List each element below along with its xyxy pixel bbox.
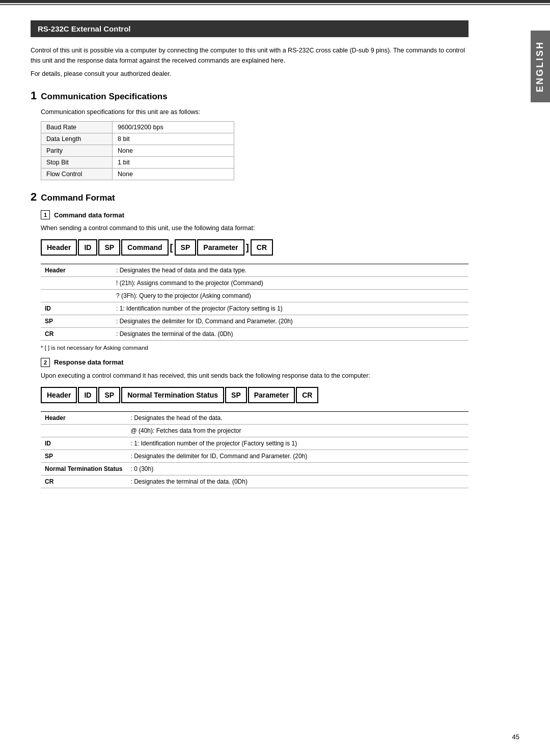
specs-label: Flow Control xyxy=(41,169,113,180)
table2-label-header-sub1 xyxy=(41,424,126,437)
section1-heading: 1 Communication Specifications xyxy=(31,90,469,102)
section1-desc: Communication specifications for this un… xyxy=(41,107,469,117)
table2-label-cr: CR xyxy=(41,475,126,488)
subsection2-heading: 2 Response data format xyxy=(41,358,469,367)
table2-value-id: : 1: Identification number of the projec… xyxy=(126,437,469,450)
diagram2-parameter: Parameter xyxy=(248,387,295,403)
detail-table1: Header : Designates the head of data and… xyxy=(41,264,469,341)
table2-value-header-sub1: @ (40h): Fetches data from the projector xyxy=(126,424,469,437)
specs-row: ParityNone xyxy=(41,145,234,157)
detail-table2: Header : Designates the head of the data… xyxy=(41,411,469,488)
diagram1-sp2: SP xyxy=(175,239,197,256)
subsection1-number-box: 1 xyxy=(41,210,50,219)
diagram1-header: Header xyxy=(41,239,77,256)
section2-number: 2 xyxy=(31,191,37,203)
specs-table: Baud Rate9600/19200 bpsData Length8 bitP… xyxy=(41,121,234,180)
diagram1-bracket-open: [ xyxy=(170,243,174,252)
table2-row-header: Header : Designates the head of the data… xyxy=(41,411,469,424)
intro-paragraph1: Control of this unit is possible via a c… xyxy=(31,45,469,66)
table2-label-id: ID xyxy=(41,437,126,450)
table1-row-header: Header : Designates the head of data and… xyxy=(41,264,469,276)
diagram2-nts: Normal Termination Status xyxy=(121,387,224,403)
diagram1: Header ID SP Command [ SP Parameter ] CR xyxy=(41,239,469,256)
specs-label: Parity xyxy=(41,145,113,157)
section2-title: Command Format xyxy=(41,193,115,203)
subsection2-title: Response data format xyxy=(54,358,124,366)
table1-label-sp: SP xyxy=(41,315,112,327)
diagram1-sp1: SP xyxy=(98,239,120,256)
diagram1-id: ID xyxy=(78,239,97,256)
section-title-text: RS-232C External Control xyxy=(38,24,131,33)
table1-row-header-sub1: ! (21h): Assigns command to the projecto… xyxy=(41,276,469,289)
table1-value-header: : Designates the head of data and the da… xyxy=(112,264,469,276)
specs-value: 8 bit xyxy=(113,133,234,145)
table1-label-id: ID xyxy=(41,302,112,315)
diagram2-sp1: SP xyxy=(98,387,120,403)
section2-heading: 2 Command Format xyxy=(31,191,469,203)
diagram1-parameter: Parameter xyxy=(197,239,244,256)
specs-value: 1 bit xyxy=(113,157,234,169)
subsection2: 2 Response data format Upon executing a … xyxy=(41,358,469,488)
section1-title: Communication Specifications xyxy=(41,92,167,102)
page-container: ENGLISH RS-232C External Control Control… xyxy=(0,0,550,756)
table1-value-header-sub2: ? (3Fh): Query to the projector (Asking … xyxy=(112,289,469,302)
table2-label-nts: Normal Termination Status xyxy=(41,462,126,475)
table1-row-header-sub2: ? (3Fh): Query to the projector (Asking … xyxy=(41,289,469,302)
specs-label: Baud Rate xyxy=(41,122,113,133)
table1-value-id: : 1: Identification number of the projec… xyxy=(112,302,469,315)
table1-label-header: Header xyxy=(41,264,112,276)
table1-label-cr: CR xyxy=(41,327,112,340)
subsection1-note: * [ ] is not necessary for Asking comman… xyxy=(41,345,469,351)
diagram2-cr: CR xyxy=(296,387,318,403)
specs-table-wrapper: Baud Rate9600/19200 bpsData Length8 bitP… xyxy=(41,121,469,180)
table2-row-id: ID : 1: Identification number of the pro… xyxy=(41,437,469,450)
table2-row-nts: Normal Termination Status : 0 (30h) xyxy=(41,462,469,475)
table1-label-header-sub1 xyxy=(41,276,112,289)
specs-value: None xyxy=(113,169,234,180)
table1-value-sp: : Designates the delimiter for ID, Comma… xyxy=(112,315,469,327)
specs-value: 9600/19200 bps xyxy=(113,122,234,133)
table2-label-header: Header xyxy=(41,411,126,424)
section-title-bar: RS-232C External Control xyxy=(31,20,469,37)
diagram2-id: ID xyxy=(78,387,97,403)
subsection1: 1 Command data format When sending a con… xyxy=(41,210,469,351)
diagram2: Header ID SP Normal Termination Status S… xyxy=(41,387,469,403)
diagram1-bracket-close: ] xyxy=(245,243,250,252)
table2-value-sp: : Designates the delimiter for ID, Comma… xyxy=(126,450,469,462)
diagram2-header: Header xyxy=(41,387,77,403)
table1-value-cr: : Designates the terminal of the data. (… xyxy=(112,327,469,340)
subsection1-heading: 1 Command data format xyxy=(41,210,469,219)
diagram1-cr: CR xyxy=(251,239,273,256)
table2-row-cr: CR : Designates the terminal of the data… xyxy=(41,475,469,488)
table1-row-cr: CR : Designates the terminal of the data… xyxy=(41,327,469,340)
table1-label-header-sub2 xyxy=(41,289,112,302)
subsection2-number-box: 2 xyxy=(41,358,50,367)
english-tab: ENGLISH xyxy=(531,31,550,102)
table2-value-cr: : Designates the terminal of the data. (… xyxy=(126,475,469,488)
table2-row-header-sub1: @ (40h): Fetches data from the projector xyxy=(41,424,469,437)
subsection1-desc: When sending a control command to this u… xyxy=(41,223,469,233)
table2-value-header: : Designates the head of the data. xyxy=(126,411,469,424)
subsection1-title: Command data format xyxy=(54,211,124,219)
table2-row-sp: SP : Designates the delimiter for ID, Co… xyxy=(41,450,469,462)
specs-row: Stop Bit1 bit xyxy=(41,157,234,169)
section1-number: 1 xyxy=(31,90,37,101)
specs-row: Flow ControlNone xyxy=(41,169,234,180)
table2-label-sp: SP xyxy=(41,450,126,462)
diagram1-command: Command xyxy=(121,239,168,256)
specs-label: Data Length xyxy=(41,133,113,145)
top-border-thick xyxy=(0,0,550,3)
specs-row: Data Length8 bit xyxy=(41,133,234,145)
main-content: RS-232C External Control Control of this… xyxy=(0,5,499,514)
page-number: 45 xyxy=(512,733,519,741)
intro-paragraph2: For details, please consult your authori… xyxy=(31,69,469,79)
diagram2-sp2: SP xyxy=(225,387,247,403)
specs-label: Stop Bit xyxy=(41,157,113,169)
specs-value: None xyxy=(113,145,234,157)
table1-row-sp: SP : Designates the delimiter for ID, Co… xyxy=(41,315,469,327)
table1-value-header-sub1: ! (21h): Assigns command to the projecto… xyxy=(112,276,469,289)
subsection2-desc: Upon executing a control command it has … xyxy=(41,371,469,381)
table1-row-id: ID : 1: Identification number of the pro… xyxy=(41,302,469,315)
specs-row: Baud Rate9600/19200 bps xyxy=(41,122,234,133)
table2-value-nts: : 0 (30h) xyxy=(126,462,469,475)
